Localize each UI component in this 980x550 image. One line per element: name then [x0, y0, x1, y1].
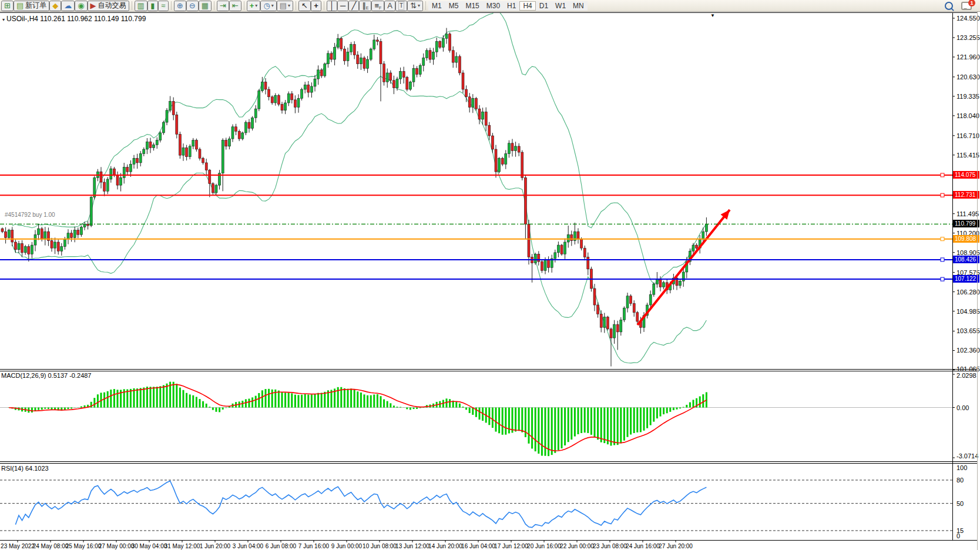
horizontal-line-icon: ─ [340, 2, 345, 9]
chart-canvas[interactable] [0, 12, 952, 540]
tab-h4[interactable]: H4 [519, 1, 535, 11]
text-label-icon: T [398, 1, 404, 10]
tab-w1[interactable]: W1 [552, 1, 569, 11]
template-icon: ▤ [280, 2, 287, 9]
new-chart-icon: ⊞ [4, 2, 11, 9]
vertical-line-icon: │ [330, 2, 334, 9]
price-tick-label: 108.905 [956, 249, 980, 256]
toolbar-separator [171, 1, 172, 10]
equidistant-channel-button[interactable]: ∥E [359, 1, 371, 11]
zoom-out-button[interactable]: ⊖ [186, 1, 199, 11]
time-tick-label: 23 May 2022 [1, 543, 35, 549]
text-button[interactable]: A [384, 1, 395, 11]
chart-shift-marker-icon[interactable]: ▼ [710, 13, 715, 18]
signals-icon: ◉ [78, 2, 84, 9]
rsi-tick-label: 50 [956, 500, 964, 507]
tab-m30[interactable]: M30 [483, 1, 504, 11]
periods-icon: ◷ [263, 2, 270, 9]
indicators-icon: + [250, 2, 254, 9]
tab-m15[interactable]: M15 [462, 1, 482, 11]
time-tick-label: 10 Jun 08:00 [363, 543, 397, 549]
trendline-button[interactable]: ╱ [348, 1, 359, 11]
window-edge [977, 12, 978, 550]
macd-indicator-label: MACD(12,26,9) 0.5137 -0.2487 [1, 372, 91, 379]
new-chart-button[interactable]: ⊞ [1, 1, 14, 11]
tab-d1[interactable]: D1 [536, 1, 552, 11]
toolbar-separator [425, 1, 426, 10]
cursor-button[interactable]: ↖ [298, 1, 311, 11]
time-tick-label: 14 Jun 20:00 [428, 543, 462, 549]
tab-h1[interactable]: H1 [504, 1, 519, 11]
price-tick-label: 124.550 [956, 15, 980, 22]
autotrade-label: 自动交易 [98, 1, 126, 11]
search-icon[interactable] [945, 2, 953, 10]
tab-m1[interactable]: M1 [428, 1, 445, 11]
price-level-badge[interactable]: 114.075 [953, 171, 979, 179]
price-tick-label: 106.280 [956, 289, 980, 296]
vertical-line-button[interactable]: │ [327, 1, 337, 11]
time-tick-label: 17 Jun 12:00 [494, 543, 528, 549]
chart-shift-button[interactable]: ⇤ [229, 1, 241, 11]
tile-windows-button[interactable]: ▦ [199, 1, 212, 11]
trendline-icon: ╱ [351, 2, 356, 9]
mql-market-button[interactable]: ◆ [49, 1, 61, 11]
community-icon: ☁ [64, 2, 72, 9]
price-level-badge[interactable]: 112.731 [953, 191, 979, 199]
indicators-button[interactable]: + [247, 1, 261, 11]
autotrade-button[interactable]: ▶自动交易 [88, 1, 129, 11]
macd-tick-label: 2.0298 [956, 372, 976, 379]
mql-icon: ◆ [52, 2, 58, 9]
price-tick-label: 115.415 [956, 152, 979, 159]
price-level-badge[interactable]: 107.122 [953, 275, 979, 283]
time-tick-label: 27 Jun 20:00 [659, 543, 693, 549]
price-level-badge[interactable]: 108.426 [953, 256, 979, 263]
toolbar-separator [132, 1, 132, 10]
time-tick-label: 16 Jun 04:00 [461, 543, 495, 549]
macd-tick-label: -3.0714 [956, 452, 978, 460]
time-tick-label: 23 Jun 08:00 [593, 543, 627, 549]
chart-menu-icon[interactable]: ▾ [2, 17, 5, 22]
horizontal-line-button[interactable]: ─ [337, 1, 348, 11]
arrows-button[interactable]: ⇅ [407, 1, 423, 11]
bar-chart-icon: ▥ [137, 2, 145, 9]
line-chart-button[interactable]: ≈ [158, 1, 169, 11]
auto-scroll-button[interactable]: ⇥ [217, 1, 229, 11]
signals-button[interactable]: ◉ [75, 1, 87, 11]
text-label-button[interactable]: T [395, 1, 407, 11]
rsi-indicator-label: RSI(14) 64.1023 [1, 465, 49, 472]
fibonacci-button[interactable]: ≡F [371, 1, 384, 11]
time-tick-label: 3 Jun 04:00 [233, 543, 263, 549]
tab-mn[interactable]: MN [569, 1, 588, 11]
price-level-badge[interactable]: 109.808 [953, 235, 979, 243]
zoom-out-icon: ⊖ [189, 2, 196, 9]
tab-m5[interactable]: M5 [445, 1, 462, 11]
chat-icon[interactable]: 1 [961, 2, 972, 10]
notification-badge: 1 [968, 0, 975, 6]
price-level-badge[interactable]: 110.799 [953, 220, 979, 227]
community-button[interactable]: ☁ [61, 1, 75, 11]
time-tick-label: 24 Jun 16:00 [626, 543, 660, 549]
toolbar-right: 1 [945, 2, 980, 10]
new-order-button[interactable]: ▤新订单 [14, 1, 49, 11]
mt4-window: ⊞ ▤新订单 ◆ ☁ ◉ ▶自动交易 ▥ ▮ ≈ ⊕ ⊖ ▦ ⇥ ⇤ + ◷ ▤… [0, 0, 980, 550]
order-line-label: #4514792 buy 1.00 [5, 212, 55, 218]
price-tick-label: 116.710 [956, 132, 979, 139]
crosshair-button[interactable]: + [311, 1, 321, 11]
bar-chart-button[interactable]: ▥ [135, 1, 147, 11]
rsi-tick-label: 80 [956, 477, 964, 484]
templates-button[interactable]: ▤ [277, 1, 293, 11]
price-tick-label: 104.985 [956, 308, 980, 315]
cursor-icon: ↖ [301, 2, 308, 9]
periods-button[interactable]: ◷ [260, 1, 276, 11]
autotrade-icon: ▶ [90, 2, 96, 9]
time-tick-label: 30 May 04:00 [132, 543, 167, 549]
zoom-in-button[interactable]: ⊕ [174, 1, 186, 11]
time-tick-label: 6 Jun 08:00 [266, 543, 296, 549]
toolbar: ⊞ ▤新订单 ◆ ☁ ◉ ▶自动交易 ▥ ▮ ≈ ⊕ ⊖ ▦ ⇥ ⇤ + ◷ ▤… [0, 0, 980, 12]
price-tick-label: 123.255 [956, 34, 980, 41]
rsi-tick-label: 100 [956, 464, 967, 471]
candlestick-chart-button[interactable]: ▮ [147, 1, 158, 11]
new-order-icon: ▤ [16, 2, 24, 9]
price-axis: 124.550123.255121.960120.630119.335118.0… [952, 0, 980, 550]
price-tick-label: 103.655 [956, 327, 980, 334]
